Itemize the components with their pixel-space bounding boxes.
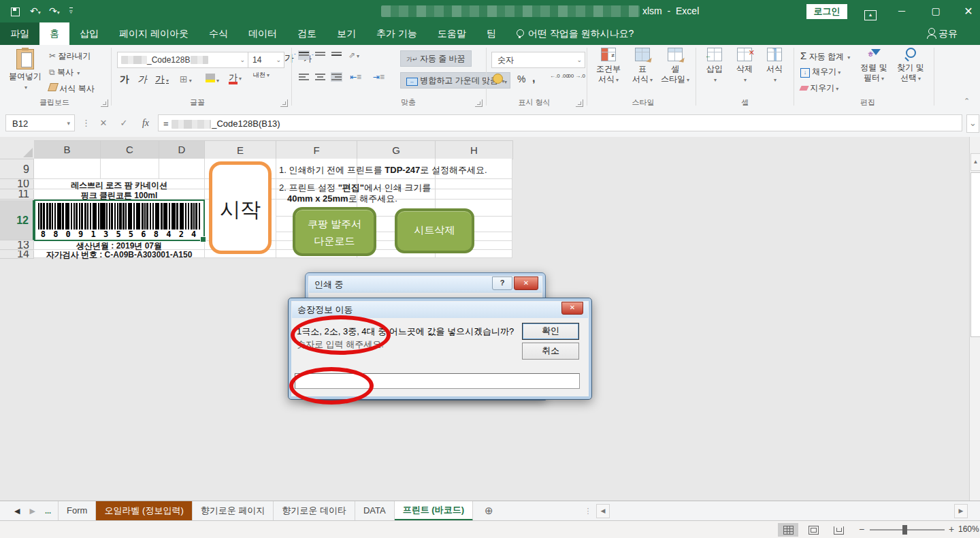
- find-select-button[interactable]: 찾기 및 선택: [893, 48, 928, 84]
- percent-style-button[interactable]: %: [517, 74, 525, 84]
- sheet-nav-left-icon[interactable]: ◀: [10, 501, 24, 521]
- sheet-tab-form[interactable]: Form: [59, 501, 96, 521]
- bottom-align-button[interactable]: [331, 50, 342, 60]
- format-painter-button[interactable]: 서식 복사: [49, 83, 95, 95]
- printing-dialog-close-button[interactable]: ✕: [514, 276, 538, 290]
- sheet-nav-right-icon[interactable]: ▶: [24, 501, 39, 521]
- sheet-tab-fragrant-page[interactable]: 향기로운 페이지: [193, 501, 274, 521]
- row-header-12[interactable]: 12: [0, 200, 34, 240]
- delete-sheet-button[interactable]: 시트삭제: [395, 208, 474, 253]
- sort-filter-button[interactable]: ㅎ 정렬 및 필터: [856, 48, 892, 84]
- ribbon-tab-addins[interactable]: 추가 기능: [366, 22, 427, 45]
- align-left-button[interactable]: [298, 72, 310, 82]
- comma-style-button[interactable]: ,: [532, 72, 535, 84]
- ribbon-display-options-icon[interactable]: ▴: [864, 7, 877, 20]
- delete-cells-button[interactable]: ✕ 삭제: [731, 48, 758, 85]
- vertical-scroll-thumb[interactable]: [970, 172, 980, 337]
- row-header-10[interactable]: 10: [0, 180, 34, 189]
- column-header-C[interactable]: C: [101, 140, 159, 161]
- close-button[interactable]: ✕: [958, 0, 979, 22]
- cell-inspection-number[interactable]: 자가검사 번호 : C-A09B-A303001-A150: [34, 249, 204, 261]
- bold-button[interactable]: 가: [120, 74, 129, 86]
- zoom-out-icon[interactable]: −: [859, 524, 864, 535]
- font-dialog-launcher-icon[interactable]: [280, 99, 288, 107]
- ribbon-tab-formulas[interactable]: 수식: [199, 22, 238, 45]
- share-button[interactable]: 공유: [918, 22, 968, 45]
- cancel-formula-icon[interactable]: ✕: [97, 114, 110, 132]
- page-layout-view-icon[interactable]: [803, 523, 823, 537]
- sheet-tab-overflow[interactable]: ...: [40, 501, 59, 521]
- clipboard-dialog-launcher-icon[interactable]: [101, 99, 108, 107]
- cancel-button[interactable]: 취소: [522, 343, 579, 360]
- ribbon-tab-view[interactable]: 보기: [327, 22, 366, 45]
- row-header-11[interactable]: 11: [0, 190, 34, 200]
- enter-formula-icon[interactable]: ✓: [117, 114, 131, 132]
- start-macro-button[interactable]: 시작: [209, 161, 272, 254]
- increase-indent-button[interactable]: ⇥≡: [373, 72, 385, 82]
- normal-view-icon[interactable]: [778, 523, 798, 537]
- row-header-9[interactable]: 9: [0, 159, 34, 179]
- zoom-slider-track[interactable]: [870, 529, 945, 531]
- minimize-button[interactable]: ─: [892, 0, 912, 22]
- ribbon-tab-home[interactable]: 홈: [39, 22, 69, 45]
- ok-button[interactable]: 확인: [522, 323, 579, 340]
- number-dialog-launcher-icon[interactable]: [576, 99, 583, 107]
- decrease-indent-button[interactable]: ⇤≡: [350, 72, 361, 82]
- ribbon-tab-insert[interactable]: 삽입: [69, 22, 109, 45]
- new-sheet-icon[interactable]: ⊕: [480, 501, 498, 521]
- conditional-formatting-button[interactable]: ≠ 조건부 서식: [592, 48, 625, 85]
- font-name-combo[interactable]: _Code128B ⌄: [117, 52, 248, 68]
- name-box[interactable]: B12 ▾: [5, 114, 75, 131]
- number-format-combo[interactable]: 숫자 ⌄: [491, 52, 585, 68]
- column-header-F[interactable]: F: [276, 140, 357, 159]
- save-icon[interactable]: [11, 7, 20, 19]
- ribbon-tab-file[interactable]: 파일: [0, 22, 39, 45]
- column-header-E[interactable]: E: [205, 140, 276, 159]
- autosum-button[interactable]: Σ 자동 합계: [800, 50, 850, 63]
- row-header-14[interactable]: 14: [0, 251, 34, 259]
- quick-access-customize-icon[interactable]: ▿: [69, 7, 73, 16]
- format-as-table-button[interactable]: 표 서식: [627, 48, 657, 85]
- accounting-format-button[interactable]: [493, 74, 507, 86]
- zoom-in-icon[interactable]: +: [949, 524, 954, 535]
- fill-color-button[interactable]: [206, 74, 219, 84]
- font-color-button[interactable]: 가: [229, 72, 242, 84]
- ribbon-tab-help[interactable]: 도움말: [427, 22, 476, 45]
- printing-dialog-help-button[interactable]: ?: [492, 276, 512, 290]
- invoice-dialog-close-button[interactable]: ✕: [561, 302, 583, 315]
- copy-button[interactable]: ⧉ 복사: [49, 67, 80, 78]
- coupang-download-button[interactable]: 쿠팡 발주서 다운로드: [293, 207, 376, 256]
- formula-input[interactable]: = _Code128B(B13): [158, 114, 962, 131]
- ribbon-tab-page-layout[interactable]: 페이지 레이아웃: [109, 22, 199, 45]
- collapse-ribbon-icon[interactable]: ⌃: [964, 97, 970, 106]
- column-header-H[interactable]: H: [436, 140, 513, 159]
- middle-align-button[interactable]: [314, 50, 326, 60]
- sheet-tab-oillabel[interactable]: 오일라벨 (정보입력): [96, 501, 192, 521]
- font-size-combo[interactable]: 14 ⌄: [248, 52, 284, 68]
- wrap-text-toggle[interactable]: 가↵ 자동 줄 바꿈: [400, 50, 472, 67]
- login-button[interactable]: 로그인: [806, 4, 847, 19]
- tell-me-box[interactable]: 어떤 작업을 원하시나요?: [506, 22, 644, 45]
- grow-font-button[interactable]: 가ˆ: [284, 52, 296, 65]
- maximize-button[interactable]: ▢: [926, 0, 946, 22]
- page-break-view-icon[interactable]: [828, 523, 849, 537]
- format-cells-button[interactable]: ↔ 서식: [761, 48, 788, 85]
- paste-button[interactable]: 붙여넣기: [7, 48, 44, 93]
- ribbon-tab-team[interactable]: 팀: [476, 22, 506, 45]
- hscroll-right-icon[interactable]: ▶: [954, 504, 968, 518]
- clear-button[interactable]: 지우기: [800, 82, 838, 94]
- vertical-scrollbar[interactable]: ▲: [969, 137, 980, 501]
- ribbon-tab-review[interactable]: 검토: [287, 22, 327, 45]
- ribbon-tab-data[interactable]: 데이터: [238, 22, 287, 45]
- sheet-tab-fragrant-data[interactable]: 향기로운 데이타: [274, 501, 355, 521]
- sheet-tab-print-barcode[interactable]: 프린트 (바코드): [395, 501, 473, 521]
- row-header-13[interactable]: 13: [0, 241, 34, 250]
- zoom-slider-thumb[interactable]: [902, 525, 907, 535]
- decrease-decimal-button[interactable]: .00 →.0: [566, 74, 585, 79]
- undo-icon[interactable]: ↶▾: [30, 0, 41, 24]
- borders-button[interactable]: ⊞: [180, 74, 192, 84]
- align-center-button[interactable]: [314, 72, 326, 82]
- redo-icon[interactable]: ↷▾: [49, 0, 60, 24]
- orientation-button[interactable]: ⇒: [348, 50, 359, 60]
- top-align-button[interactable]: [298, 50, 310, 60]
